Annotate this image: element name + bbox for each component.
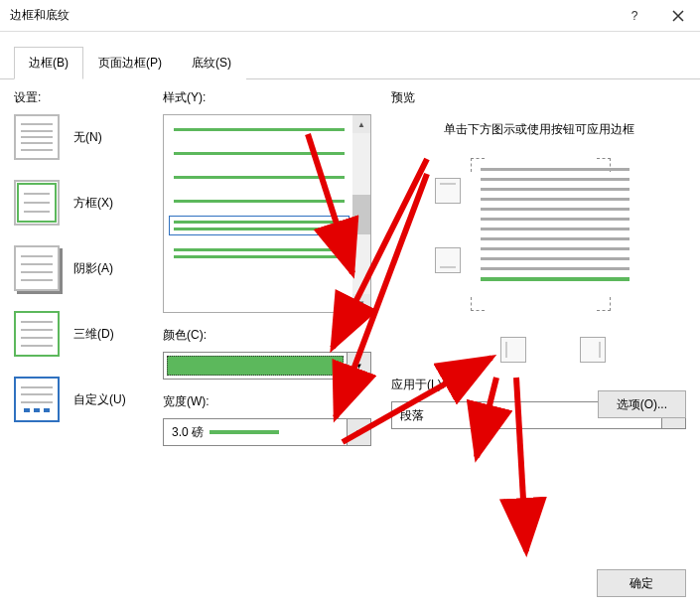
tab-page-borders[interactable]: 页面边框(P) [83,47,177,79]
border-right-button[interactable] [580,337,606,363]
preview-help-text: 单击下方图示或使用按钮可应用边框 [421,120,656,138]
close-icon [672,10,684,22]
border-left-button[interactable] [500,337,526,363]
setting-none-thumb [14,114,60,160]
scroll-thumb[interactable] [352,195,370,234]
style-label: 样式(Y): [163,89,371,106]
color-swatch [167,356,344,376]
setting-shadow-label: 阴影(A) [73,260,113,277]
preview-document[interactable] [481,168,630,281]
width-dropdown[interactable]: 3.0 磅 ▼ [163,418,371,446]
setting-threed-thumb [14,311,60,357]
tab-shading[interactable]: 底纹(S) [177,47,246,79]
width-label: 宽度(W): [163,393,371,410]
style-option-selected[interactable] [174,221,345,230]
style-option[interactable] [174,149,345,155]
setting-custom-thumb [14,377,60,422]
close-button[interactable] [656,0,700,32]
setting-custom-label: 自定义(U) [73,391,126,408]
setting-box-thumb [14,180,60,226]
window-titlebar: 边框和底纹 ? [0,0,700,32]
ok-button[interactable]: 确定 [597,569,686,597]
style-option[interactable] [174,248,345,258]
border-bottom-button[interactable] [435,247,461,273]
setting-shadow-thumb [14,245,60,291]
crop-corner [597,297,611,311]
style-option[interactable] [174,197,345,203]
settings-label: 设置: [14,89,163,106]
crop-corner [471,297,485,311]
setting-custom[interactable]: 自定义(U) [14,377,163,422]
chevron-down-icon[interactable]: ▼ [347,419,370,445]
options-button[interactable]: 选项(O)... [598,390,686,418]
setting-box[interactable]: 方框(X) [14,180,163,226]
style-listbox[interactable]: ▲ ▼ [163,114,371,313]
setting-none[interactable]: 无(N) [14,114,163,160]
chevron-down-icon[interactable]: ▼ [347,353,370,379]
style-option[interactable] [174,125,345,131]
width-value: 3.0 磅 [164,419,347,445]
setting-threed-label: 三维(D) [73,326,114,343]
color-label: 颜色(C): [163,327,371,344]
border-top-button[interactable] [435,178,461,204]
window-title: 边框和底纹 [10,7,613,24]
setting-threed[interactable]: 三维(D) [14,311,163,357]
help-button[interactable]: ? [613,0,656,32]
setting-box-label: 方框(X) [73,195,113,212]
scrollbar[interactable]: ▲ ▼ [352,115,370,312]
setting-shadow[interactable]: 阴影(A) [14,245,163,291]
preview-area [421,158,656,357]
color-dropdown[interactable]: ▼ [163,352,371,380]
scroll-down-icon[interactable]: ▼ [352,294,370,312]
scroll-up-icon[interactable]: ▲ [352,115,370,133]
tab-bar: 边框(B) 页面边框(P) 底纹(S) [0,32,700,79]
style-option[interactable] [174,173,345,179]
preview-label: 预览 [391,89,686,106]
setting-none-label: 无(N) [73,129,102,146]
tab-borders[interactable]: 边框(B) [14,47,83,79]
